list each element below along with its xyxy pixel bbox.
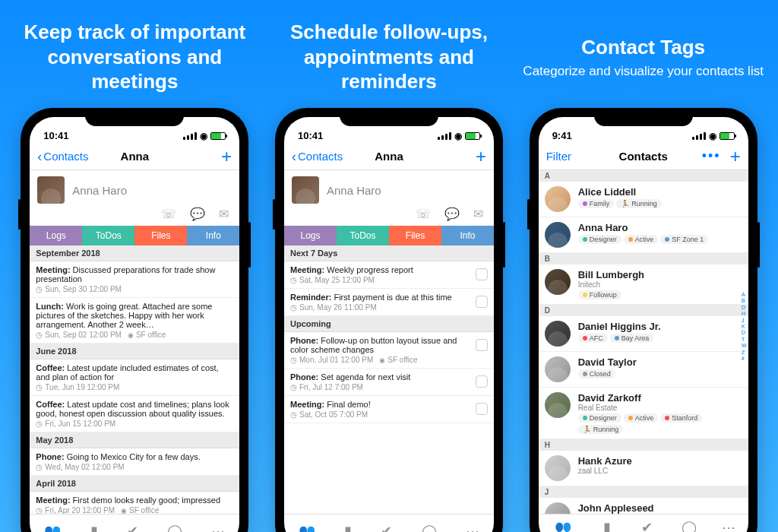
alpha-index[interactable]: ABDHJKDTWZ# [742,292,747,362]
checkbox[interactable] [476,268,488,280]
contact-row[interactable]: David TaylorClosed [539,352,748,388]
chevron-left-icon: ‹ [37,150,42,163]
avatar [545,356,571,382]
tabbar-more[interactable]: ⋯ [211,523,225,533]
mail-icon[interactable]: ✉ [219,207,229,221]
contact-tag: Designer [578,235,621,244]
section-header: Upcoming [284,316,494,332]
add-button[interactable]: + [730,146,741,167]
contacts-list[interactable]: AAlice LiddellFamilyRunningAnna HaroDesi… [539,170,748,514]
contact-tag: Active [624,413,659,423]
avatar [545,392,571,418]
add-button[interactable]: + [476,146,486,167]
back-button[interactable]: ‹Contacts [37,150,88,163]
todo-entry[interactable]: Meeting: Final demo! Sat, Oct 05 7:00 PM [284,396,494,423]
phone-icon[interactable]: ☏ [161,207,176,221]
index-letter: H [539,439,748,451]
index-letter: J [539,486,748,498]
section-header: September 2018 [30,245,239,261]
nav-title: Contacts [619,150,668,163]
phone-icon[interactable]: ☏ [416,207,431,221]
todo-entry[interactable]: Reminder: First payment is due at this t… [284,289,494,316]
tabbar-map[interactable]: ◯ [422,523,437,533]
tabbar-logs[interactable]: ▮Logs [600,519,613,533]
tabbar-contacts[interactable]: 👥 [299,523,315,533]
log-entry[interactable]: Meeting: First demo looks really good; i… [30,492,239,514]
phone-frame: 9:41 ◉ Filter Contacts ••• + AAlice Lidd… [530,108,757,532]
tabbar-map[interactable]: ◯ [167,523,182,533]
contact-name: Anna Haro [327,184,381,197]
screenshot-panel-1: Keep track of important conversations an… [13,15,256,532]
tabbar-todos[interactable]: ✔ [127,523,138,533]
section-header: June 2018 [30,344,239,359]
chat-icon[interactable]: 💬 [444,207,460,221]
tabbar-map[interactable]: ◯Map [682,519,697,533]
log-entry[interactable]: Coffee: Latest update included estimates… [30,359,239,396]
tab-info[interactable]: Info [441,226,494,245]
todo-entry[interactable]: Meeting: Weekly progress report Sat, May… [284,261,494,289]
checkbox[interactable] [476,403,488,415]
nav-bar: ‹Contacts Anna + [30,143,239,170]
subhead-3: Categorize and visualize your contacts l… [523,63,764,79]
tabbar-logs[interactable]: ▮ [344,523,352,533]
contact-name: Anna Haro [72,184,127,197]
checkbox[interactable] [476,375,488,388]
contact-tag: Family [578,199,615,208]
tab-files[interactable]: Files [389,226,441,245]
todos-list[interactable]: Next 7 DaysMeeting: Weekly progress repo… [284,245,494,514]
tabbar-contacts[interactable]: 👥 [44,523,61,533]
logs-list[interactable]: September 2018Meeting: Discussed prepara… [30,245,239,514]
contact-row[interactable]: Bill LumberghInitechFollowup [539,264,748,305]
contact-row[interactable]: Anna HaroDesignerActiveSF Zone 1 [539,217,748,253]
log-entry[interactable]: Meeting: Discussed preparations for trad… [30,261,239,298]
tabbar-more[interactable]: ⋯More [722,519,735,533]
headline-1: Keep track of important conversations an… [13,20,256,94]
avatar [545,321,571,347]
tabbar-todos[interactable]: ✔ [381,523,392,533]
filter-button[interactable]: Filter [546,150,571,163]
contact-header[interactable]: Anna Haro [284,170,494,207]
todo-entry[interactable]: Phone: Set agenda for next visit Fri, Ju… [284,369,494,396]
contact-row[interactable]: John Appleseed- Senior Manager [539,498,748,514]
tab-files[interactable]: Files [134,226,187,245]
contact-row[interactable]: David ZarkoffReal EstateDesignerActiveSt… [539,388,748,439]
avatar [545,186,571,212]
log-entry[interactable]: Lunch: Work is going great. Attached are… [30,298,239,344]
headline-3: Contact Tags [523,35,764,60]
tabbar-more[interactable]: ⋯ [466,523,479,533]
add-button[interactable]: + [221,146,232,167]
doc-icon: ▮ [90,523,98,533]
tab-logs[interactable]: Logs [30,226,82,245]
section-header: April 2018 [30,476,239,492]
section-header: Next 7 Days [284,245,494,261]
contact-row[interactable]: Alice LiddellFamilyRunning [539,182,748,217]
status-time: 9:41 [552,130,572,141]
more-button[interactable]: ••• [702,148,721,164]
avatar [292,176,319,204]
tab-info[interactable]: Info [187,226,239,245]
todo-entry[interactable]: Phone: Follow-up on button layout issue … [284,332,494,369]
section-header: May 2018 [30,432,239,448]
mail-icon[interactable]: ✉ [473,207,483,221]
globe-icon: ◯ [167,523,182,533]
tabbar-todos[interactable]: ✔ToDos [639,519,656,533]
chat-icon[interactable]: 💬 [190,207,205,221]
tabbar-contacts[interactable]: 👥Contacts [551,519,575,533]
checkbox[interactable] [476,339,488,351]
back-button[interactable]: ‹Contacts [292,150,343,163]
comm-icons: ☏ 💬 ✉ [30,207,239,226]
tab-todos[interactable]: ToDos [337,226,389,245]
tabbar-logs[interactable]: ▮ [90,523,98,533]
contact-tag: SF Zone 1 [660,235,708,244]
tab-todos[interactable]: ToDos [82,226,134,245]
contact-row[interactable]: Hank Azurezaal LLC [539,451,748,486]
contact-header[interactable]: Anna Haro [30,170,239,207]
contact-row[interactable]: Daniel Higgins Jr.AFCBay Area [539,316,748,352]
tab-logs[interactable]: Logs [284,226,337,245]
log-entry[interactable]: Coffee: Latest update cost and timelines… [30,396,239,432]
checkbox[interactable] [476,296,488,308]
tab-bar: 👥 ▮ ✔ ◯ ⋯ [30,514,239,532]
status-time: 10:41 [298,130,323,141]
index-letter: A [539,170,748,182]
log-entry[interactable]: Phone: Going to Mexico City for a few da… [30,448,239,476]
